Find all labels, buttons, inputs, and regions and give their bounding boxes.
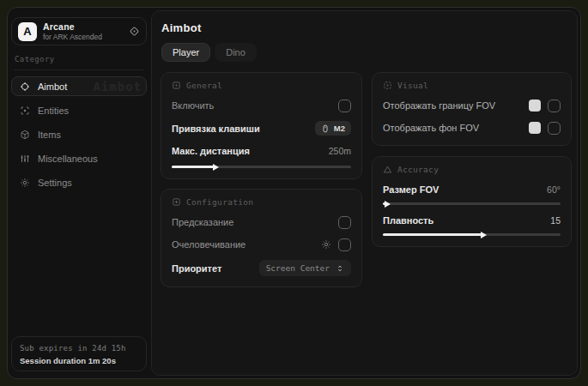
keybind-label: Привязка клавиши [172,124,260,134]
fov-size-row: Размер FOV 60° [383,183,561,196]
sidebar-item-items[interactable]: Items [11,124,147,144]
humanize-label: Очеловечивание [172,239,246,250]
smoothness-slider[interactable] [383,233,561,236]
gear-icon [20,178,30,188]
app-logo: A [18,22,37,41]
sidebar-item-label: Aimbot [38,81,67,92]
humanize-row: Очеловечивание [172,238,351,251]
smoothness-row: Плавность 15 [383,214,561,227]
fov-size-slider[interactable] [383,202,561,205]
priority-row: Приоритет Screen Center [172,260,351,276]
priority-label: Приоритет [172,263,221,274]
prediction-row: Предсказание [172,215,351,229]
max-distance-label: Макс. дистанция [172,146,250,156]
sidebar-item-label: Settings [38,178,72,188]
prediction-label: Предсказание [172,217,233,227]
sidebar-item-settings[interactable]: Settings [11,172,147,192]
keybind-row: Привязка клавиши M2 [172,121,351,136]
panel-title: Configuration [186,197,253,207]
tab-dino[interactable]: Dino [215,43,257,62]
configuration-panel: Configuration Предсказание Очеловечивани… [161,189,362,287]
viewfinder-icon [383,81,392,90]
app-window: A Arcane for ARK Ascended Category [7,7,581,379]
enable-row: Включить [172,99,351,112]
panel-title: Accuracy [397,165,439,174]
humanize-settings-gear-icon[interactable] [321,239,331,250]
tab-bar: Player Dino [161,43,257,62]
max-distance-slider[interactable] [172,166,351,168]
fov-border-checkbox[interactable] [548,100,561,112]
keybind-value: M2 [334,124,345,133]
fov-background-color-swatch[interactable] [529,122,541,134]
package-icon [20,130,30,140]
mouse-icon [321,124,330,133]
sidebar-item-label: Miscellaneous [38,154,98,164]
app-subtitle: for ARK Ascended [43,33,123,41]
sidebar: A Arcane for ARK Ascended Category [8,8,151,378]
sidebar-item-entities[interactable]: Entities [11,100,147,120]
session-info-box: Sub expires in 24d 15h Session duration … [11,336,147,371]
triangle-icon [383,165,392,174]
fov-border-color-swatch[interactable] [529,100,541,112]
crosshair-icon [20,81,30,92]
chevron-selector-icon [336,264,344,273]
visual-panel: Visual Отображать границу FOV Отображать… [372,72,572,146]
config-box-icon [172,197,181,207]
app-name: Arcane [43,21,123,32]
priority-value: Screen Center [266,263,330,273]
fov-background-row: Отображать фон FOV [383,121,561,135]
fov-border-row: Отображать границу FOV [383,99,561,112]
panel-title: Visual [397,81,428,90]
main-panel: Aimbot Player Dino General Включ [151,10,578,376]
app-header: A Arcane for ARK Ascended [11,17,147,45]
tab-player[interactable]: Player [161,43,210,62]
panel-title: General [186,81,222,90]
sliders-icon [20,154,30,164]
sidebar-item-label: Items [38,130,61,140]
aimbot-ghost-watermark: Aimbot [93,80,142,93]
priority-dropdown[interactable]: Screen Center [259,260,351,276]
prediction-checkbox[interactable] [338,216,351,229]
enable-checkbox[interactable] [338,100,351,112]
fov-background-label: Отображать фон FOV [383,123,479,133]
page-title: Aimbot [161,21,202,34]
max-distance-value: 250m [329,146,351,156]
fov-size-value: 60° [547,184,561,195]
smoothness-value: 15 [550,215,561,226]
scan-icon [20,106,30,116]
target-icon [172,81,181,90]
humanize-checkbox[interactable] [338,238,351,251]
app-logo-letter: A [23,25,31,38]
accuracy-panel: Accuracy Размер FOV 60° Плавность 15 [372,156,572,247]
sidebar-item-label: Entities [38,106,69,116]
keybind-button[interactable]: M2 [315,121,351,136]
category-label: Category [15,55,143,70]
fov-border-label: Отображать границу FOV [383,100,495,111]
sidebar-item-miscellaneous[interactable]: Miscellaneous [11,148,147,168]
fov-size-label: Размер FOV [383,184,439,195]
enable-label: Включить [172,100,214,111]
sidebar-nav: Aimbot Aimbot Entities [11,76,147,192]
subscription-expiry: Sub expires in 24d 15h [20,344,138,353]
general-panel: General Включить Привязка клавиши [161,72,362,179]
max-distance-row: Макс. дистанция 250m [172,144,351,158]
session-duration: Session duration 1m 20s [20,356,138,365]
fov-background-checkbox[interactable] [548,122,561,135]
smoothness-label: Плавность [383,215,433,226]
compass-icon[interactable] [129,26,140,37]
sidebar-item-aimbot[interactable]: Aimbot Aimbot [11,76,147,96]
